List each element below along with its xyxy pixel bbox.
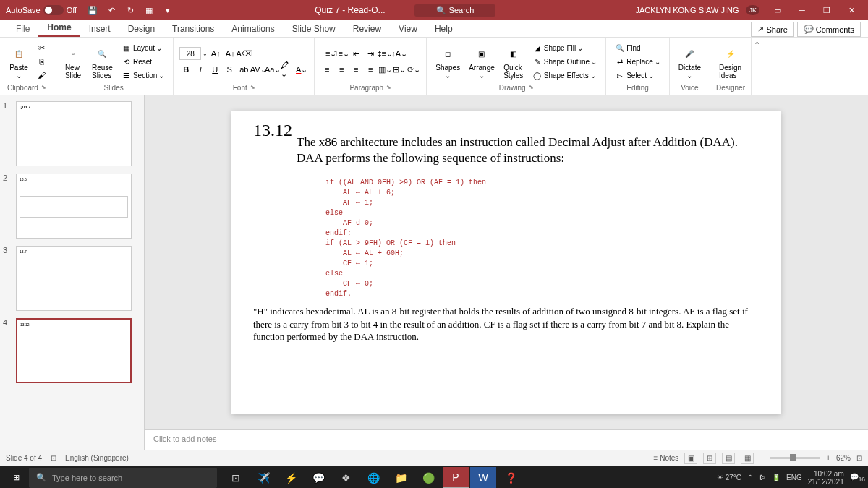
explorer-icon[interactable]: 📁 (388, 467, 414, 489)
taskbar-search[interactable]: 🔍 Type here to search (29, 468, 217, 488)
thumbnail-panel[interactable]: 1 Quiz 7 2 13.6 3 13.7 4 13.12 (0, 95, 145, 450)
zoom-slider[interactable] (770, 457, 820, 459)
battery-icon[interactable]: 🔋 (772, 474, 780, 481)
word-icon[interactable]: W (470, 467, 496, 489)
notes-pane[interactable]: Click to add notes (145, 429, 868, 450)
tab-animations[interactable]: Animations (223, 21, 283, 37)
clear-format-icon[interactable]: A⌫ (238, 47, 251, 60)
section-button[interactable]: ☰Section ⌄ (119, 69, 167, 82)
clock[interactable]: 10:02 am 21/12/2021 (808, 470, 844, 486)
text-direction-icon[interactable]: ↕A⌄ (393, 47, 406, 60)
autosave-toggle[interactable] (43, 5, 64, 15)
dialog-launcher-icon[interactable]: ⬊ (250, 84, 255, 92)
select-button[interactable]: ▻Select ⌄ (612, 69, 663, 82)
notes-toggle[interactable]: ≡ Notes (654, 454, 679, 462)
qat-customize-icon[interactable]: ▾ (161, 3, 175, 17)
normal-view-icon[interactable]: ▣ (684, 453, 697, 464)
reuse-slides-button[interactable]: 🔍Reuse Slides (89, 42, 116, 81)
tray-chevron-icon[interactable]: ⌃ (747, 474, 753, 481)
comments-button[interactable]: 💬Comments (797, 22, 861, 37)
format-painter-icon[interactable]: 🖌 (35, 69, 48, 82)
line-spacing-icon[interactable]: ‡≡⌄ (378, 47, 391, 60)
maximize-icon[interactable]: ❐ (816, 3, 838, 17)
shadow-icon[interactable]: ab (237, 63, 250, 76)
case-icon[interactable]: Aa⌄ (266, 63, 279, 76)
slide-thumb-4[interactable]: 4 13.12 (3, 318, 141, 383)
spotify-icon[interactable]: 🟢 (415, 467, 441, 489)
align-left-icon[interactable]: ≡ (320, 63, 333, 76)
tab-slideshow[interactable]: Slide Show (284, 21, 344, 37)
user-name[interactable]: JACKLYN KONG SIAW JING (635, 6, 739, 14)
zoom-out-icon[interactable]: − (760, 454, 764, 462)
minimize-icon[interactable]: ─ (791, 3, 813, 17)
indent-dec-icon[interactable]: ⇤ (349, 47, 362, 60)
columns-icon[interactable]: ▥⌄ (378, 63, 391, 76)
ribbon-options-icon[interactable]: ▭ (767, 3, 788, 17)
dialog-launcher-icon[interactable]: ⬊ (386, 84, 391, 92)
language-status[interactable]: English (Singapore) (65, 454, 129, 462)
dialog-launcher-icon[interactable]: ⬊ (529, 84, 534, 92)
weather-widget[interactable]: ☀ 27°C (717, 474, 741, 481)
whatsapp-icon[interactable]: 💬 (305, 467, 331, 489)
align-text-icon[interactable]: ⊞⌄ (393, 63, 406, 76)
tab-design[interactable]: Design (119, 21, 163, 37)
zoom-level[interactable]: 62% (836, 454, 851, 462)
share-button[interactable]: ↗Share (751, 22, 793, 37)
quick-styles-button[interactable]: ◧Quick Styles (501, 42, 527, 81)
numbering-icon[interactable]: 1≡⌄ (335, 47, 348, 60)
dictate-button[interactable]: 🎤Dictate⌄ (676, 42, 704, 81)
shrink-font-icon[interactable]: A↓ (224, 47, 237, 60)
design-ideas-button[interactable]: ⚡Design Ideas (716, 42, 744, 81)
slideshow-view-icon[interactable]: ▦ (741, 453, 754, 464)
slide-position[interactable]: Slide 4 of 4 (6, 454, 42, 462)
fit-window-icon[interactable]: ⊡ (856, 454, 862, 462)
language-indicator[interactable]: ENG (786, 474, 802, 481)
cut-icon[interactable]: ✂ (35, 41, 48, 54)
highlight-icon[interactable]: 🖍⌄ (281, 63, 294, 76)
grow-font-icon[interactable]: A↑ (209, 47, 222, 60)
justify-icon[interactable]: ≡ (364, 63, 377, 76)
slide-thumb-2[interactable]: 2 13.6 (3, 174, 141, 239)
bold-icon[interactable]: B (179, 63, 192, 76)
sorter-view-icon[interactable]: ⊞ (703, 453, 716, 464)
edge-icon[interactable]: 🌐 (360, 467, 386, 489)
tab-transitions[interactable]: Transitions (163, 21, 223, 37)
shapes-button[interactable]: ◻Shapes⌄ (433, 42, 463, 81)
underline-icon[interactable]: U (208, 63, 221, 76)
reading-view-icon[interactable]: ▤ (722, 453, 735, 464)
strike-icon[interactable]: S (223, 63, 236, 76)
new-slide-button[interactable]: ▫New Slide (60, 42, 86, 81)
tab-review[interactable]: Review (344, 21, 390, 37)
smartart-icon[interactable]: ⟳⌄ (407, 63, 420, 76)
align-center-icon[interactable]: ≡ (335, 63, 348, 76)
user-avatar[interactable]: JK (746, 5, 760, 15)
close-icon[interactable]: ✕ (841, 3, 862, 17)
dialog-launcher-icon[interactable]: ⬊ (41, 84, 46, 92)
tab-insert[interactable]: Insert (80, 21, 119, 37)
shape-fill-button[interactable]: ◢Shape Fill ⌄ (529, 41, 600, 54)
help-icon[interactable]: ❓ (498, 467, 524, 489)
search-box[interactable]: 🔍 Search (414, 4, 496, 17)
find-button[interactable]: 🔍Find (612, 41, 663, 54)
tab-file[interactable]: File (7, 21, 38, 37)
copy-icon[interactable]: ⎘ (35, 55, 48, 68)
powerpoint-icon[interactable]: P (443, 467, 469, 489)
align-right-icon[interactable]: ≡ (349, 63, 362, 76)
arrange-button[interactable]: ▣Arrange⌄ (466, 42, 498, 81)
shape-outline-button[interactable]: ✎Shape Outline ⌄ (529, 55, 600, 68)
telegram-icon[interactable]: ✈️ (250, 467, 276, 489)
paste-button[interactable]: 📋 Paste ⌄ (6, 42, 32, 81)
redo-icon[interactable]: ↻ (123, 3, 137, 17)
start-button[interactable]: ⊞ (3, 467, 29, 489)
slide-canvas[interactable]: 13.12 The x86 architecture includes an i… (231, 111, 781, 414)
layout-button[interactable]: ▦Layout ⌄ (119, 41, 167, 54)
present-icon[interactable]: ▦ (142, 3, 156, 17)
accessibility-icon[interactable]: ⊡ (51, 454, 56, 462)
document-title[interactable]: Quiz 7 - Read-O... (315, 5, 385, 15)
undo-icon[interactable]: ↶ (104, 3, 119, 17)
bullets-icon[interactable]: ⋮≡⌄ (320, 47, 333, 60)
font-size-input[interactable] (179, 47, 201, 60)
shape-effects-button[interactable]: ◯Shape Effects ⌄ (529, 69, 600, 82)
font-color-icon[interactable]: A⌄ (295, 63, 308, 76)
indent-inc-icon[interactable]: ⇥ (364, 47, 377, 60)
